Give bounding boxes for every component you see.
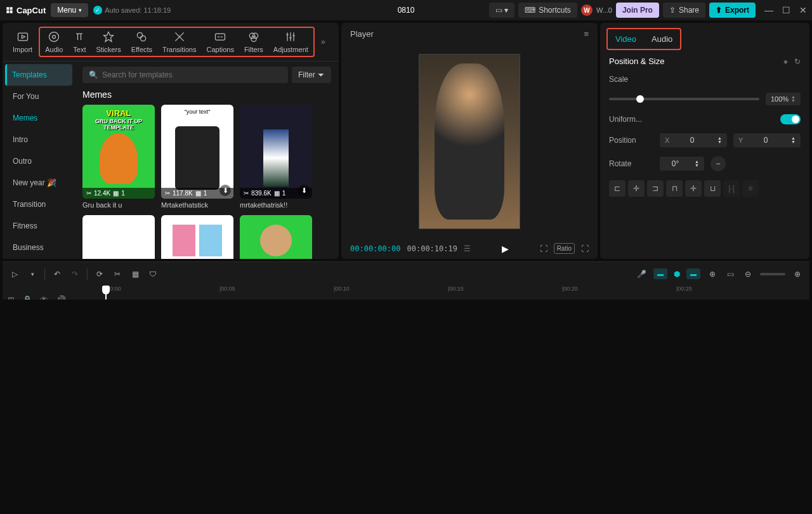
playhead[interactable] xyxy=(105,286,107,300)
svg-marker-1 xyxy=(22,36,25,39)
share-icon: ⇪ xyxy=(669,6,676,15)
tab-video[interactable]: Video xyxy=(608,29,644,49)
export-button[interactable]: ⬆Export xyxy=(709,3,756,18)
align-left-icon[interactable]: ⊏ xyxy=(609,180,625,197)
cat-memes[interactable]: Memes xyxy=(5,107,72,129)
list-icon[interactable]: ☰ xyxy=(464,244,471,253)
undo-button[interactable]: ↶ xyxy=(51,270,63,279)
tool-effects[interactable]: Effects xyxy=(126,28,157,56)
tool-text[interactable]: Text xyxy=(68,28,91,56)
cat-outro[interactable]: Outro xyxy=(5,150,72,172)
filter-button[interactable]: Filter ⏷ xyxy=(292,67,331,83)
align-vcenter-icon[interactable]: ✛ xyxy=(685,180,702,197)
tool-stickers[interactable]: Stickers xyxy=(91,28,126,56)
tool-filters[interactable]: Filters xyxy=(239,28,268,56)
rotate-input[interactable]: 0°▲▼ xyxy=(660,157,704,171)
shield-icon[interactable]: 🛡 xyxy=(147,270,159,279)
cut-icon: ✂ xyxy=(86,190,91,197)
aspect-button[interactable]: ▭ ▾ xyxy=(489,3,514,18)
crop-icon[interactable]: ✂ xyxy=(112,270,123,279)
svg-point-2 xyxy=(49,32,59,42)
zoom-out-icon[interactable]: ⊖ xyxy=(742,270,754,279)
search-icon: 🔍 xyxy=(89,70,98,79)
align-top-icon[interactable]: ⊓ xyxy=(666,180,683,197)
keyboard-icon: ⌨ xyxy=(525,6,535,15)
tool-audio[interactable]: Audio xyxy=(40,28,68,56)
magnet-icon[interactable]: ⬢ xyxy=(674,270,680,279)
fullscreen-icon[interactable]: ⛶ xyxy=(581,244,589,253)
more-tools-button[interactable]: » xyxy=(316,32,331,51)
menu-button[interactable]: Menu ▾ xyxy=(51,3,88,17)
download-icon[interactable]: ⬇ xyxy=(298,185,310,196)
join-pro-button[interactable]: Join Pro xyxy=(616,3,659,18)
split-icon[interactable]: ⟳ xyxy=(94,270,105,279)
align-hcenter-icon[interactable]: ✛ xyxy=(628,180,645,197)
mic-icon[interactable]: 🎤 xyxy=(636,270,647,279)
template-card[interactable] xyxy=(240,215,312,259)
cat-business[interactable]: Business xyxy=(5,237,72,258)
minimize-button[interactable]: — xyxy=(764,5,773,15)
eye-icon[interactable]: 👁 xyxy=(40,295,48,300)
svg-point-5 xyxy=(138,32,143,37)
focus-icon[interactable]: ⛶ xyxy=(540,244,547,253)
play-button[interactable]: ▶ xyxy=(502,244,509,254)
download-icon[interactable]: ⬇ xyxy=(219,185,231,196)
tool-import[interactable]: Import xyxy=(8,28,37,56)
cat-newyear[interactable]: New year 🎉 xyxy=(5,172,72,194)
lock-icon[interactable]: 🔒 xyxy=(22,295,32,300)
cat-fitness[interactable]: Fitness xyxy=(5,215,72,237)
tool-transitions[interactable]: Transitions xyxy=(157,28,201,56)
svg-point-10 xyxy=(251,36,256,41)
check-icon: ✓ xyxy=(93,6,102,15)
pointer-tool-icon[interactable]: ▷ xyxy=(9,270,20,279)
scale-slider[interactable] xyxy=(609,98,759,100)
zoom-in-icon[interactable]: ⊕ xyxy=(792,270,803,279)
timeline-ruler[interactable]: |00:00 |00:05 |00:10 |00:15 |00:20 |00:2… xyxy=(3,286,809,300)
template-card[interactable]: ✂839.6K ▦1⬇ mrtakethatrisk!! xyxy=(240,105,312,209)
position-x-input[interactable]: X0▲▼ xyxy=(660,133,727,147)
position-y-input[interactable]: Y0▲▼ xyxy=(733,133,801,147)
cat-intro[interactable]: Intro xyxy=(5,129,72,150)
template-card[interactable] xyxy=(82,215,155,259)
cat-transition[interactable]: Transition xyxy=(5,194,72,215)
svg-rect-7 xyxy=(216,34,225,40)
close-button[interactable]: ✕ xyxy=(799,5,807,15)
player-canvas[interactable] xyxy=(341,45,598,238)
chip-2[interactable]: ▬ xyxy=(686,268,700,279)
chip-1[interactable]: ▬ xyxy=(653,268,667,279)
tool-captions[interactable]: Captions xyxy=(201,28,239,56)
template-card[interactable]: VIRALGRU BACK IT UP TEMPLATE ✂12.4K ▦1 G… xyxy=(82,105,155,209)
rotate-reset-button[interactable]: − xyxy=(710,156,726,171)
volume-icon[interactable]: 🔊 xyxy=(56,295,66,300)
avatar[interactable]: W xyxy=(581,4,593,16)
maximize-button[interactable]: ☐ xyxy=(782,5,790,15)
zoom-slider[interactable] xyxy=(760,273,785,275)
align-bottom-icon[interactable]: ⊔ xyxy=(704,180,721,197)
cat-vlog[interactable]: Vlog xyxy=(5,258,72,259)
align-right-icon[interactable]: ⊐ xyxy=(647,180,664,197)
share-button[interactable]: ⇪Share xyxy=(663,3,705,18)
shortcuts-button[interactable]: ⌨Shortcuts xyxy=(518,3,577,18)
search-input[interactable]: 🔍 xyxy=(82,67,288,83)
more-icon[interactable]: ⋯ xyxy=(74,295,82,300)
grid-icon[interactable]: ▦ xyxy=(129,270,141,279)
track-icon[interactable]: ▭ xyxy=(724,270,736,279)
position-label: Position xyxy=(609,136,653,145)
pointer-dropdown[interactable]: ▾ xyxy=(27,271,38,277)
tab-audio[interactable]: Audio xyxy=(644,29,680,49)
cat-for-you[interactable]: For You xyxy=(5,86,72,107)
track-add-icon[interactable]: ⊞ xyxy=(8,295,15,300)
template-card[interactable] xyxy=(161,215,233,259)
template-card[interactable]: "your text" ✂117.8K ▦1⬇ Mrtakethatstick xyxy=(161,105,233,209)
player-menu-icon[interactable]: ≡ xyxy=(584,29,589,39)
uniform-toggle[interactable] xyxy=(780,114,801,124)
align-icon[interactable]: ⊕ xyxy=(707,270,718,279)
ratio-button[interactable]: Ratio xyxy=(554,243,575,254)
user-label: W...0 xyxy=(596,6,612,14)
redo-button[interactable]: ↷ xyxy=(69,270,81,279)
cat-templates[interactable]: Templates xyxy=(5,64,72,86)
tool-adjustment[interactable]: Adjustment xyxy=(268,28,313,56)
reset-icon[interactable]: ↻ xyxy=(794,57,801,66)
scale-value[interactable]: 100%▲▼ xyxy=(766,93,801,105)
diamond-icon[interactable]: ◆ xyxy=(783,58,788,65)
